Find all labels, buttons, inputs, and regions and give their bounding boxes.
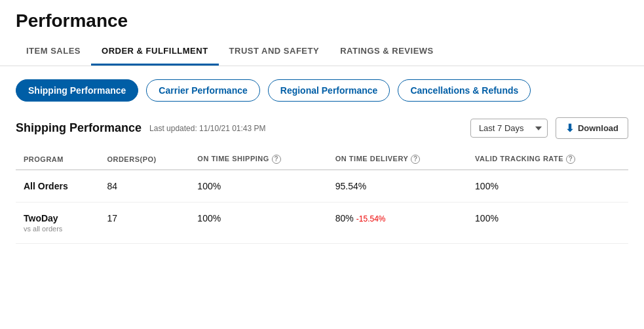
cell-program: All Orders [16,170,99,203]
cell-valid-tracking: 100% [467,170,628,203]
sub-tab-shipping-performance[interactable]: Shipping Performance [16,79,138,102]
sub-tab-cancellations-refunds[interactable]: Cancellations & Refunds [398,79,531,102]
sub-tab-bar: Shipping PerformanceCarrier PerformanceR… [0,66,644,115]
table-row: All Orders84100%95.54%100% [16,170,628,203]
cell-on-time-delivery: 95.54% [328,170,467,203]
cell-program: TwoDayvs all orders [16,203,99,244]
horizontal-scrollbar[interactable] [16,249,628,256]
cell-valid-tracking: 100% [467,203,628,244]
help-icon-on-time-delivery[interactable]: ? [411,155,420,164]
download-label: Download [578,123,618,133]
sub-tab-regional-performance[interactable]: Regional Performance [268,79,390,102]
main-tab-item-sales[interactable]: ITEM SALES [16,38,91,66]
performance-table: PROGRAMORDERS(PO)ON TIME SHIPPING?ON TIM… [16,149,628,244]
cell-on-time-shipping: 100% [189,170,327,203]
help-icon-on-time-shipping[interactable]: ? [272,155,281,164]
col-header-valid-tracking: VALID TRACKING RATE? [467,149,628,170]
cell-on-time-shipping: 100% [189,203,327,244]
col-header-on-time-delivery: ON TIME DELIVERY? [328,149,467,170]
sub-tab-carrier-performance[interactable]: Carrier Performance [146,79,259,102]
program-sublabel: vs all orders [24,225,91,233]
cell-on-time-delivery: 80%-15.54% [328,203,467,244]
main-tab-ratings-reviews[interactable]: RATINGS & REVIEWS [330,38,444,66]
download-button[interactable]: ⬇ Download [556,117,628,139]
help-icon-valid-tracking[interactable]: ? [566,155,575,164]
main-tab-trust-safety[interactable]: TRUST AND SAFETY [219,38,330,66]
col-header-on-time-shipping: ON TIME SHIPPING? [189,149,327,170]
col-header-orders: ORDERS(PO) [99,149,189,170]
cell-orders: 84 [99,170,189,203]
program-name: All Orders [24,181,91,191]
section-title: Shipping Performance [16,121,142,135]
table-row: TwoDayvs all orders17100%80%-15.54%100% [16,203,628,244]
date-filter-select[interactable]: Last 7 DaysLast 14 DaysLast 30 DaysLast … [470,119,548,138]
col-header-program: PROGRAM [16,149,99,170]
cell-orders: 17 [99,203,189,244]
last-updated-text: Last updated: 11/10/21 01:43 PM [149,124,265,133]
main-tab-order-fulfillment[interactable]: ORDER & FULFILLMENT [91,38,219,66]
section-header: Shipping Performance Last updated: 11/10… [0,115,644,149]
delivery-delta: -15.54% [356,214,386,223]
table-header-row: PROGRAMORDERS(PO)ON TIME SHIPPING?ON TIM… [16,149,628,170]
table-body: All Orders84100%95.54%100%TwoDayvs all o… [16,170,628,244]
program-name: TwoDay [24,213,91,223]
table-container: PROGRAMORDERS(PO)ON TIME SHIPPING?ON TIM… [0,149,644,244]
download-icon: ⬇ [565,122,574,134]
main-tabs: ITEM SALESORDER & FULFILLMENTTRUST AND S… [0,38,644,66]
page-title: Performance [0,0,644,38]
